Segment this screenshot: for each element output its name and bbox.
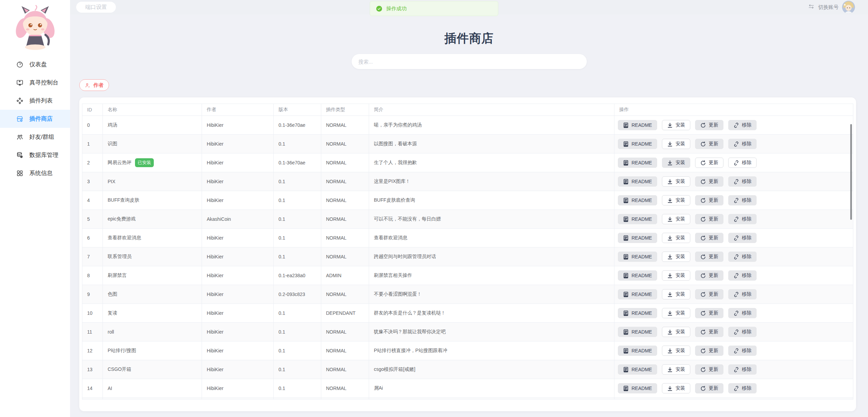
install-button[interactable]: 安装 [662,346,690,356]
install-button[interactable]: 安装 [662,308,690,318]
remove-button[interactable]: 移除 [728,308,757,318]
cell-author: HibiKier [202,191,274,210]
update-button[interactable]: 更新 [695,252,723,262]
row-actions: README 安装 更新 移除 [618,270,853,281]
plugin-name: AI [108,386,112,391]
port-settings-button[interactable]: 端口设置 [76,2,116,13]
readme-button[interactable]: README [618,383,657,393]
readme-button[interactable]: README [618,195,657,205]
table-scrollbar-thumb[interactable] [850,124,852,220]
remove-button[interactable]: 移除 [728,158,757,168]
install-button[interactable]: 安装 [662,120,690,130]
remove-button[interactable]: 移除 [728,289,757,299]
update-button[interactable]: 更新 [695,364,723,375]
readme-doc-icon [623,273,629,279]
sidebar-item-console[interactable]: 真寻控制台 [0,73,70,92]
search-input[interactable] [352,54,587,69]
remove-button[interactable]: 移除 [728,270,757,281]
cell-actions: README 安装 更新 移除 [614,172,853,191]
switch-account-link[interactable]: 切换账号 [818,4,839,11]
update-button[interactable]: 更新 [695,120,723,130]
update-button[interactable]: 更新 [695,308,723,318]
row-actions: README 安装 更新 移除 [618,327,853,337]
user-avatar[interactable] [842,1,855,14]
update-button[interactable]: 更新 [695,195,723,205]
author-filter-button[interactable]: 作者 [79,79,109,91]
sidebar-item-dashboard[interactable]: 仪表盘 [0,55,70,73]
download-icon [667,179,673,185]
readme-doc-icon [623,367,629,373]
update-button[interactable]: 更新 [695,139,723,149]
update-button[interactable]: 更新 [695,327,723,337]
install-button[interactable]: 安装 [662,158,690,168]
remove-button[interactable]: 移除 [728,120,757,130]
readme-button[interactable]: README [618,270,657,281]
remove-button[interactable]: 移除 [728,383,757,393]
install-button[interactable]: 安装 [662,176,690,187]
remove-button[interactable]: 移除 [728,327,757,337]
install-button[interactable]: 安装 [662,252,690,262]
remove-button[interactable]: 移除 [728,346,757,356]
remove-button[interactable]: 移除 [728,233,757,243]
refresh-icon [700,386,706,391]
readme-button[interactable]: README [618,346,657,356]
update-button[interactable]: 更新 [695,176,723,187]
readme-button[interactable]: README [618,327,657,337]
sidebar-item-system-info[interactable]: 系统信息 [0,164,70,182]
update-button[interactable]: 更新 [695,158,723,168]
remove-button[interactable]: 移除 [728,364,757,375]
readme-button[interactable]: README [618,233,657,243]
update-button[interactable]: 更新 [695,383,723,393]
cell-author: HibiKier [202,285,274,304]
install-label: 安装 [676,329,685,335]
cell-type: ADMIN [321,266,369,285]
cell-description: 刷屏禁言相关操作 [369,266,614,285]
sidebar-item-friends-groups[interactable]: 好友/群组 [0,128,70,146]
install-button[interactable]: 安装 [662,327,690,337]
update-label: 更新 [709,197,718,203]
sidebar-item-database[interactable]: 数据库管理 [0,146,70,164]
readme-button[interactable]: README [618,158,657,168]
install-button[interactable]: 安装 [662,233,690,243]
install-button[interactable]: 安装 [662,364,690,375]
update-button[interactable]: 更新 [695,270,723,281]
install-label: 安装 [676,122,685,128]
cell-name: 色图 [103,285,202,304]
install-button[interactable]: 安装 [662,289,690,299]
cell-id: 13 [82,360,103,379]
remove-button[interactable]: 移除 [728,214,757,224]
readme-button[interactable]: README [618,176,657,187]
remove-button[interactable]: 移除 [728,252,757,262]
update-button[interactable]: 更新 [695,289,723,299]
table-row: 9色图HibiKier0.2-093c823NORMAL不要小看涩图啊混蛋！ R… [82,285,853,304]
remove-button[interactable]: 移除 [728,195,757,205]
remove-button[interactable]: 移除 [728,139,757,149]
readme-button[interactable]: README [618,308,657,318]
install-button[interactable]: 安装 [662,270,690,281]
readme-button[interactable]: README [618,120,657,130]
install-button[interactable]: 安装 [662,214,690,224]
remove-button[interactable]: 移除 [728,176,757,187]
unlink-icon [733,329,739,335]
cell-author: HibiKier [202,360,274,379]
readme-button[interactable]: README [618,364,657,375]
update-button[interactable]: 更新 [695,214,723,224]
cell-type: NORMAL [321,285,369,304]
install-button[interactable]: 安装 [662,139,690,149]
partial-row [82,398,853,400]
install-button[interactable]: 安装 [662,383,690,393]
sidebar-item-plugin-list[interactable]: 插件列表 [0,92,70,110]
readme-button[interactable]: README [618,252,657,262]
readme-button[interactable]: README [618,139,657,149]
update-button[interactable]: 更新 [695,346,723,356]
update-button[interactable]: 更新 [695,233,723,243]
remove-label: 移除 [742,385,751,391]
cell-id: 6 [82,229,103,247]
sidebar-item-plugin-store[interactable]: 插件商店 [0,110,70,128]
plugin-table-card: ID名称作者版本插件类型简介操作 0鸡汤HibiKier0.1-36e70aeN… [79,97,856,411]
install-button[interactable]: 安装 [662,195,690,205]
readme-button[interactable]: README [618,214,657,224]
readme-doc-icon [623,198,629,203]
readme-button[interactable]: README [618,289,657,299]
cell-name: AI [103,379,202,398]
